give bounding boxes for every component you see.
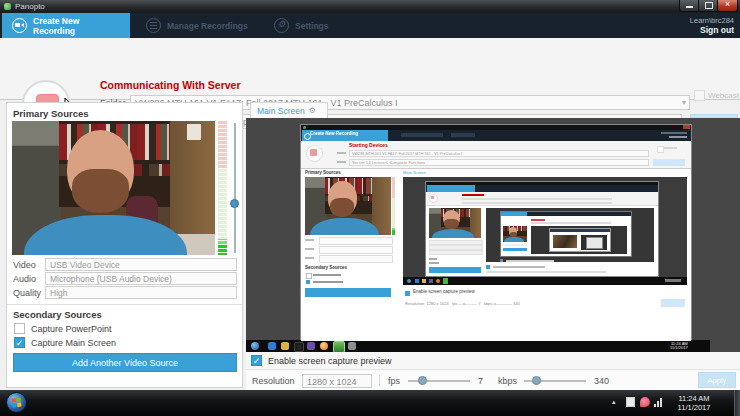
capture-main-screen-label: Capture Main Screen (31, 338, 116, 348)
tray-network-icon[interactable] (654, 397, 664, 407)
start-button[interactable] (6, 392, 27, 413)
resolution-label: Resolution (252, 376, 295, 386)
capture-powerpoint-checkbox[interactable] (14, 323, 25, 334)
tab-create-new-recording[interactable]: Create New Recording (2, 13, 130, 38)
tab-settings[interactable]: ⚙ Settings (264, 13, 334, 38)
capture-powerpoint-label: Capture PowerPoint (31, 324, 112, 334)
window-title: Panopto (15, 2, 45, 11)
kbps-value: 340 (594, 376, 609, 386)
video-label: Video (13, 260, 36, 270)
minimize-button[interactable] (679, 0, 700, 12)
screen-settings-gear-icon[interactable]: ⚙ (309, 106, 316, 115)
add-video-source-button[interactable]: Add Another Video Source (13, 353, 237, 372)
window-titlebar[interactable]: Panopto × (0, 0, 740, 13)
show-desktop-button[interactable] (734, 390, 740, 416)
gear-icon: ⚙ (274, 18, 289, 33)
preview-status: Starting Devices (349, 143, 388, 149)
preview-taskbar: 11:24 AM11/1/2017 (246, 340, 710, 352)
enable-preview-label: Enable screen capture preview (268, 356, 392, 366)
tray-expand-icon[interactable]: ▴ (612, 398, 616, 406)
close-button[interactable]: × (717, 0, 738, 12)
sources-panel: Primary Sources Video USB Video Device A… (6, 102, 243, 388)
resolution-input[interactable]: 1280 x 1024 (302, 374, 372, 388)
maximize-button[interactable] (698, 0, 719, 12)
preview-panopto-window: Create New Recording Starting Devices VW… (300, 124, 692, 340)
status-message: Communicating With Server (100, 79, 241, 91)
tray-clock[interactable]: 11:24 AM 11/1/2017 (668, 394, 720, 412)
video-camera-icon (12, 18, 27, 33)
session-settings: Stop Communicating With Server Folder VW… (0, 38, 740, 100)
list-icon (146, 18, 161, 33)
webcast-checkbox[interactable] (694, 90, 705, 101)
primary-sources-title: Primary Sources (13, 108, 89, 119)
tray-panopto-icon[interactable] (640, 397, 650, 407)
windows-taskbar: e (0, 390, 740, 416)
audio-select[interactable]: Microphone (USB Audio Device) (45, 272, 237, 285)
resolution-value: 1280 x 1024 (307, 377, 357, 387)
screen-capture-preview: 11:24 AM11/1/2017 Create New Recording (246, 118, 740, 352)
fps-label: fps (388, 376, 400, 386)
panopto-recorder-window: Panopto × Create New Recording Manage Re… (0, 0, 740, 416)
tray-time: 11:24 AM (668, 394, 720, 403)
quality-value: High (50, 288, 67, 298)
apply-button[interactable]: Apply (698, 372, 736, 388)
tray-date: 11/1/2017 (668, 403, 720, 412)
capture-settings-row: Resolution 1280 x 1024 fps 7 kbps 340 Ap… (246, 369, 740, 390)
webcast-label: Webcast (708, 91, 739, 100)
windows-flag-icon (12, 398, 22, 408)
audio-level-meter (218, 121, 227, 255)
audio-label: Audio (13, 274, 36, 284)
divider (7, 304, 242, 305)
webcam-preview (12, 121, 215, 255)
quality-label: Quality (13, 288, 41, 298)
user-block: Learn\brc284 Sign out (690, 13, 734, 38)
enable-preview-checkbox[interactable]: ✓ (251, 355, 262, 366)
fps-slider-handle[interactable] (418, 376, 427, 385)
quality-select[interactable]: High (45, 286, 237, 299)
video-value: USB Video Device (50, 260, 120, 270)
tray-document-icon[interactable] (626, 397, 635, 407)
chevron-down-icon: ▾ (682, 98, 686, 107)
volume-slider-track[interactable] (234, 123, 236, 253)
tab-manage-recordings[interactable]: Manage Recordings (136, 13, 262, 38)
tab-main-screen[interactable]: Main Screen ⚙ (250, 102, 328, 118)
kbps-label: kbps (498, 376, 517, 386)
enable-preview-row: ✓ Enable screen capture preview (246, 352, 740, 369)
main-tabbar: Create New Recording Manage Recordings ⚙… (0, 13, 740, 38)
username: Learn\brc284 (690, 16, 734, 25)
app-icon (4, 3, 11, 10)
kbps-slider-handle[interactable] (532, 376, 541, 385)
preview-nested-level2 (403, 177, 687, 285)
secondary-sources-title: Secondary Sources (13, 309, 102, 320)
video-select[interactable]: USB Video Device (45, 258, 237, 271)
sign-out-link[interactable]: Sign out (690, 25, 734, 35)
audio-value: Microphone (USB Audio Device) (50, 274, 172, 284)
fps-value: 7 (478, 376, 483, 386)
capture-main-screen-checkbox[interactable]: ✓ (14, 337, 25, 348)
volume-slider-handle[interactable] (230, 199, 239, 208)
